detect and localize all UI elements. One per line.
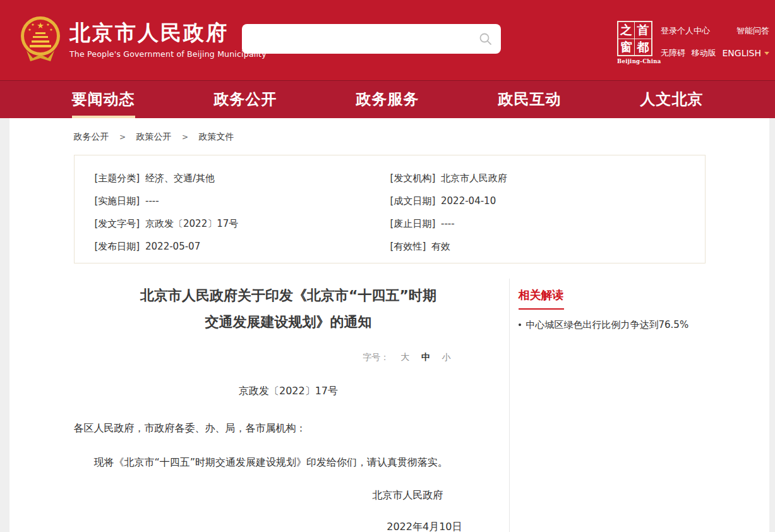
seal-char: 首 — [635, 22, 651, 39]
nav-item-gov-disclosure[interactable]: 政务公开 — [214, 81, 277, 118]
mobile-version-link[interactable]: 移动版 — [692, 47, 716, 59]
meta-issuing-agency: [发文机构] 北京市人民政府 — [390, 169, 705, 187]
primary-nav: 要闻动态 政务公开 政务服务 政民互动 人文北京 — [0, 80, 775, 118]
svg-text:★: ★ — [49, 27, 52, 32]
seal-char: 都 — [635, 39, 651, 56]
search-input[interactable] — [242, 24, 471, 54]
meta-repeal-date: [废止日期] ---- — [390, 215, 705, 233]
meta-validity: [有效性] 有效 — [390, 238, 705, 255]
seal-grid: 之 首 窗 都 — [617, 21, 652, 56]
meta-signed-date: [成文日期] 2022-04-10 — [390, 192, 705, 210]
header-utility-links: 登录个人中心 智能问答 无障碍 移动版 ENGLISH — [661, 25, 769, 59]
national-emblem-icon: ★ ★ ★ ★ ★ — [19, 15, 62, 63]
related-sidebar: 相关解读 中心城区绿色出行比例力争达到76.5% — [510, 279, 697, 532]
font-size-large-button[interactable]: 大 — [401, 352, 410, 362]
related-interpretation-list: 中心城区绿色出行比例力争达到76.5% — [519, 318, 697, 332]
breadcrumb-separator: > — [182, 133, 188, 142]
font-size-label: 字号： — [363, 352, 389, 362]
meta-theme-category: [主题分类] 经济、交通/其他 — [95, 169, 390, 187]
breadcrumb: 政务公开 > 政策公开 > 政策文件 — [74, 118, 706, 143]
search-button[interactable] — [471, 24, 501, 54]
seal-char: 之 — [618, 22, 635, 39]
related-interpretation-link[interactable]: 中心城区绿色出行比例力争达到76.5% — [519, 318, 697, 332]
site-title: 北京市人民政府 — [69, 20, 267, 45]
breadcrumb-separator: > — [119, 133, 126, 142]
meta-document-number: [发文字号] 京政发〔2022〕17号 — [95, 215, 390, 233]
site-logo-home-link[interactable]: ★ ★ ★ ★ ★ 北京市人民政府 The People's Governmen… — [19, 15, 267, 63]
document-metadata-box: [主题分类] 经济、交通/其他 [实施日期] ---- [发文字号] 京政发〔2… — [74, 155, 706, 263]
font-size-small-button[interactable]: 小 — [442, 352, 451, 362]
font-size-selector: 字号： 大 中 小 — [74, 352, 503, 363]
svg-text:★: ★ — [37, 21, 44, 30]
bullet-icon — [519, 323, 521, 326]
breadcrumb-item-policy-disclosure[interactable]: 政策公开 — [136, 131, 171, 142]
search-bar — [242, 24, 501, 54]
signature-date: 2022年4月10日 — [74, 521, 503, 532]
nav-item-public-interaction[interactable]: 政民互动 — [498, 81, 562, 118]
nav-item-gov-services[interactable]: 政务服务 — [356, 81, 419, 118]
related-interpretation-title: 相关解读 — [519, 287, 564, 310]
seal-caption: Beijing-China — [617, 58, 654, 64]
article-main: 北京市人民政府关于印发《北京市“十四五”时期 交通发展建设规划》的通知 字号： … — [74, 279, 503, 532]
page-panel: 政务公开 > 政策公开 > 政策文件 [主题分类] 经济、交通/其他 [实施日期… — [9, 118, 769, 532]
site-subtitle: The People's Government of Beijing Munic… — [69, 49, 267, 59]
svg-text:★: ★ — [46, 22, 49, 27]
nav-item-news[interactable]: 要闻动态 — [72, 81, 135, 118]
document-number: 京政发〔2022〕17号 — [74, 385, 503, 398]
breadcrumb-item-policy-documents: 政策文件 — [198, 131, 234, 142]
site-header: ★ ★ ★ ★ ★ 北京市人民政府 The People's Governmen… — [0, 0, 775, 80]
login-personal-center-link[interactable]: 登录个人中心 — [661, 25, 710, 37]
article-title: 北京市人民政府关于印发《北京市“十四五”时期 交通发展建设规划》的通知 — [74, 282, 503, 336]
english-label: ENGLISH — [722, 48, 761, 58]
salutation-line: 各区人民政府，市政府各委、办、局，各市属机构： — [74, 421, 503, 436]
body-paragraph: 现将《北京市“十四五”时期交通发展建设规划》印发给你们，请认真贯彻落实。 — [74, 455, 503, 470]
seal-char: 窗 — [618, 39, 635, 56]
dropdown-arrow-icon — [764, 52, 769, 55]
search-icon — [479, 32, 493, 46]
meta-publish-date: [发布日期] 2022-05-07 — [95, 238, 390, 255]
meta-implementation-date: [实施日期] ---- — [95, 192, 390, 210]
svg-text:★: ★ — [31, 22, 34, 27]
breadcrumb-item-gov-disclosure[interactable]: 政务公开 — [74, 131, 109, 142]
nav-item-humanistic-beijing[interactable]: 人文北京 — [640, 81, 704, 118]
capital-window-seal-logo[interactable]: 之 首 窗 都 Beijing-China — [617, 21, 654, 64]
accessibility-link[interactable]: 无障碍 — [661, 47, 685, 59]
english-language-switch[interactable]: ENGLISH — [722, 48, 769, 58]
smart-qa-link[interactable]: 智能问答 — [736, 25, 769, 37]
signature-agency: 北京市人民政府 — [74, 489, 503, 502]
svg-text:★: ★ — [28, 27, 31, 32]
font-size-medium-button[interactable]: 中 — [421, 352, 430, 362]
